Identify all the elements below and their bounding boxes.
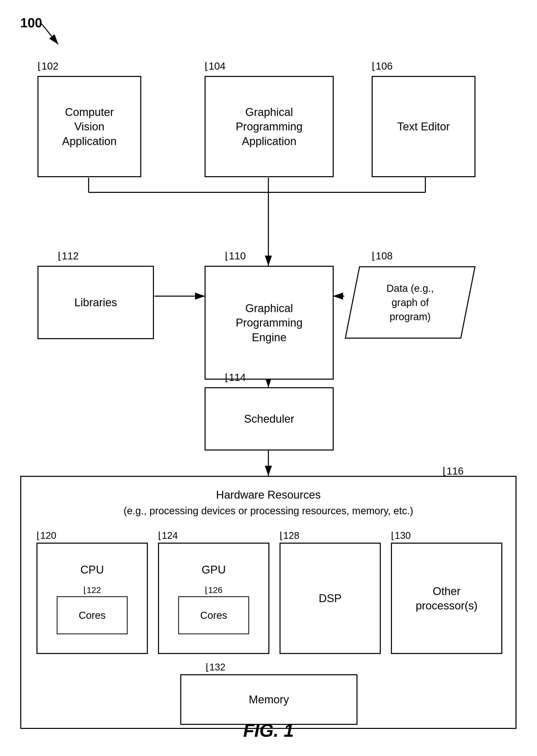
ref-116: ⌊116 — [442, 465, 464, 477]
box-text-editor: Text Editor — [372, 76, 475, 177]
ref-114: ⌊114 — [225, 372, 246, 383]
box-libraries: Libraries — [37, 266, 154, 339]
hardware-title: Hardware Resources (e.g., processing dev… — [41, 487, 496, 518]
ref-124: ⌊124 — [158, 530, 178, 541]
box-scheduler: Scheduler — [205, 387, 334, 451]
ref-104: ⌊104 — [205, 60, 226, 72]
ref-106: ⌊106 — [372, 60, 393, 72]
ref-108: ⌊108 — [372, 250, 393, 262]
box-graphical-prog-app: Graphical Programming Application — [205, 76, 334, 177]
ref-102: ⌊102 — [37, 60, 59, 72]
box-memory: Memory — [180, 674, 357, 725]
box-graphical-prog-engine: Graphical Programming Engine — [205, 266, 334, 379]
box-cpu: CPU ⌊122 Cores — [36, 543, 148, 654]
box-computer-vision-app: Computer Vision Application — [37, 76, 141, 177]
figure-number: 100 — [20, 15, 42, 30]
ref-120: ⌊120 — [36, 530, 56, 541]
ref-128: ⌊128 — [279, 530, 299, 541]
box-other-processors: Other processor(s) — [391, 543, 502, 654]
diagram-container: 100 ⌊102 Computer Vision Application ⌊10… — [0, 0, 537, 756]
ref-110: ⌊110 — [225, 250, 246, 262]
ref-132: ⌊132 — [206, 661, 225, 673]
box-gpu: GPU ⌊126 Cores — [158, 543, 269, 654]
figure-caption: FIG. 1 — [243, 720, 294, 741]
ref-112: ⌊112 — [58, 250, 79, 262]
box-dsp: DSP — [279, 543, 381, 654]
hardware-resources-box: Hardware Resources (e.g., processing dev… — [20, 476, 516, 729]
box-data: Data (e.g.,graph ofprogram) — [344, 266, 476, 339]
ref-130: ⌊130 — [391, 530, 411, 541]
svg-line-2 — [42, 24, 58, 44]
